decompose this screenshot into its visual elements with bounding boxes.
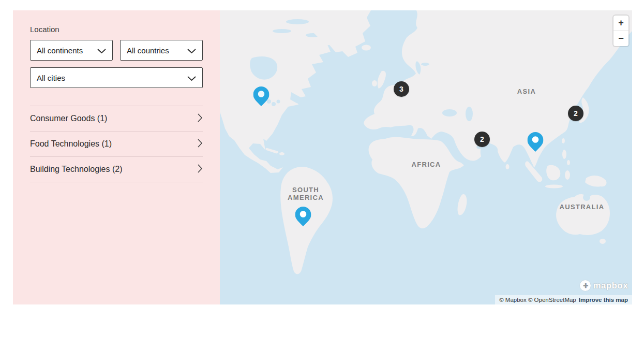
category-item-food-technologies[interactable]: Food Technologies (1) [30,131,203,156]
zoom-control: + − [613,16,628,46]
map-attribution: © Mapbox © OpenStreetMap Improve this ma… [495,295,632,304]
cluster-marker[interactable]: 3 [394,81,409,97]
chevron-right-icon [198,139,203,150]
mapbox-logo-text: mapbox [593,281,628,291]
category-item-consumer-goods[interactable]: Consumer Goods (1) [30,106,203,131]
cluster-marker[interactable]: 2 [474,132,490,147]
category-item-building-technologies[interactable]: Building Technologies (2) [30,156,203,182]
mapbox-logo-icon: ✚ [580,280,591,291]
chevron-down-icon [93,46,106,55]
map-canvas[interactable]: ASIA AFRICA SOUTH AMERICA AUSTRALIA 3 2 … [220,10,632,304]
location-pin-icon [528,132,544,152]
continents-select[interactable]: All continents [30,40,113,61]
zoom-out-button[interactable]: − [613,31,628,46]
chevron-right-icon [198,164,203,175]
zoom-in-button[interactable]: + [613,16,628,31]
chevron-down-icon [183,46,196,55]
store-locator: Location All continents All countries Al… [13,10,632,304]
chevron-right-icon [198,113,203,124]
cluster-marker[interactable]: 2 [568,106,583,121]
location-label: Location [30,25,203,34]
cities-select-value: All cities [37,74,65,82]
countries-select-value: All countries [127,46,169,55]
improve-this-map-link[interactable]: Improve this map [579,297,628,303]
filter-panel: Location All continents All countries Al… [13,10,220,304]
world-map[interactable] [220,10,632,304]
map-pin-southeast-asia[interactable] [528,132,544,152]
location-pin-icon [295,207,311,226]
category-label: Building Technologies (2) [30,165,122,174]
cities-select[interactable]: All cities [30,67,203,88]
continents-select-value: All continents [37,46,83,55]
category-label: Food Technologies (1) [30,139,112,149]
category-label: Consumer Goods (1) [30,114,107,123]
map-pin-south-america[interactable] [295,207,311,226]
map-pin-north-america[interactable] [253,86,269,106]
category-list: Consumer Goods (1) Food Technologies (1)… [30,106,203,182]
countries-select[interactable]: All countries [120,40,203,61]
mapbox-logo[interactable]: ✚ mapbox [580,280,628,291]
location-pin-icon [253,86,269,106]
chevron-down-icon [183,74,196,82]
location-selects-row: All continents All countries [30,40,203,61]
attribution-copyright: © Mapbox © OpenStreetMap [499,297,576,303]
